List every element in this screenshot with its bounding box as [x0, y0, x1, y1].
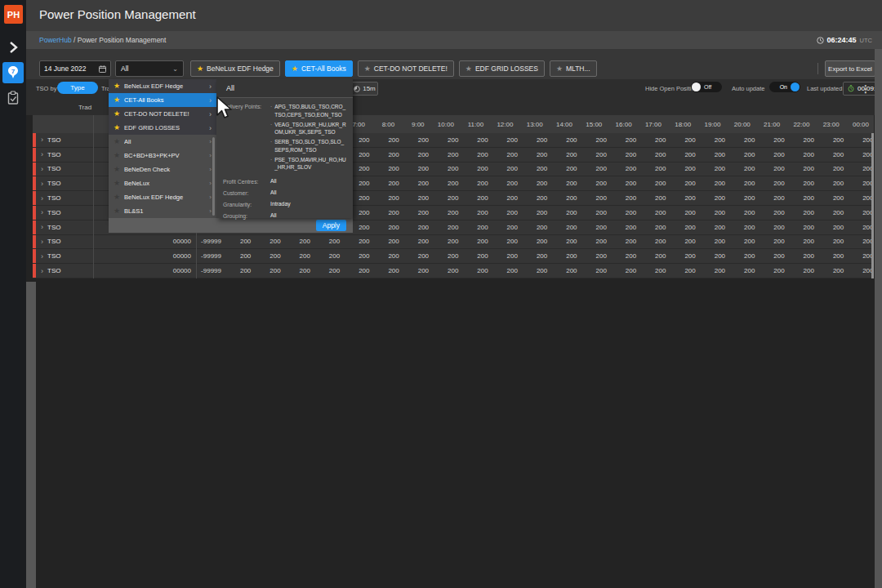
- favorite-filter-button[interactable]: ★EDF GRID LOSSES: [459, 60, 545, 77]
- menu-book-item[interactable]: ★BeNeLux EDF Hedge›: [109, 190, 216, 204]
- row-expander-cell[interactable]: ›TSO: [36, 136, 93, 144]
- row-expander-cell[interactable]: ›TSO: [36, 252, 93, 261]
- delivery-points-entry: ·VEAG_TSO,UKR_HU,UKR_ROM,UKR_SK,SEPS_TSO: [270, 121, 346, 137]
- field-value: All: [270, 212, 277, 219]
- hour-value-cell: 200: [404, 136, 434, 144]
- favorite-filter-button[interactable]: ★CET-DO NOT DELETE!: [358, 60, 454, 77]
- tso-by-label: TSO by: [36, 82, 56, 96]
- breadcrumb-root-link[interactable]: PowerHub: [39, 36, 72, 44]
- row-expander-cell[interactable]: ›TSO: [36, 267, 93, 275]
- hour-value-cell: 200: [641, 194, 670, 202]
- row-expander-cell[interactable]: ›TSO: [36, 194, 93, 203]
- open-position-cell: 00000: [93, 238, 196, 245]
- flyout-field: Granularity:Intraday: [223, 201, 346, 207]
- table-row[interactable]: ›TSO00000-999992002002002002002002002002…: [33, 264, 874, 278]
- hide-open-positions-toggle[interactable]: Off: [691, 82, 722, 92]
- auto-update-toggle[interactable]: On: [769, 82, 800, 92]
- expand-chevron-icon: ›: [41, 194, 43, 203]
- more-options-kebab[interactable]: ⋮: [861, 82, 871, 96]
- hour-value-cell: 200: [493, 267, 523, 274]
- chevron-right-icon: ›: [209, 180, 212, 187]
- pin-badge-icon: 7: [7, 65, 20, 80]
- hour-value-cell: 200: [523, 180, 552, 187]
- powerhub-logo: PH: [4, 5, 23, 24]
- favorite-filter-button[interactable]: ★CET-All Books: [285, 60, 353, 77]
- export-to-excel-button[interactable]: Export to Excel: [825, 60, 875, 77]
- row-expander-cell[interactable]: ›TSO: [36, 208, 93, 216]
- table-row[interactable]: ›TSO00000-999992002002002002002002002002…: [33, 235, 874, 250]
- hour-value-cell: 200: [345, 238, 374, 245]
- row-label: TSO: [47, 238, 60, 245]
- table-row[interactable]: ›TSO00000-999992002002002002002002002002…: [33, 249, 874, 264]
- star-icon: ★: [466, 65, 472, 73]
- hour-value-cell: 200: [641, 224, 670, 231]
- hour-column-header: 12:00: [488, 121, 518, 128]
- hour-value-cell: 200: [582, 267, 612, 274]
- hour-value-cell: 200: [404, 224, 434, 231]
- chevron-right-icon: ›: [209, 207, 212, 215]
- date-value: 14 June 2022: [44, 65, 87, 73]
- hour-value-cell: 200: [523, 209, 552, 216]
- menu-scrollbar-thumb[interactable]: [212, 137, 215, 216]
- table-scrollbar-thumb[interactable]: [871, 133, 874, 278]
- hour-value-cell: 200: [493, 180, 523, 187]
- hour-value-cell: 200: [434, 238, 463, 245]
- hour-value-cell: 200: [582, 209, 612, 216]
- hour-value-cell: 200: [819, 252, 849, 260]
- row-expander-cell[interactable]: ›TSO: [36, 223, 93, 231]
- menu-book-item[interactable]: ★BeNeLux›: [109, 176, 216, 190]
- sidebar-item-positions-active[interactable]: 7: [2, 62, 24, 83]
- menu-favorite-item[interactable]: ★BeNeLux EDF Hedge›: [109, 79, 216, 93]
- hour-value-cell: 200: [730, 252, 760, 260]
- menu-book-item[interactable]: ★BC+BD+B3+PK+PV›: [109, 149, 216, 163]
- book-select-dropdown[interactable]: All ⌄: [115, 60, 184, 77]
- menu-favorite-item[interactable]: ★CET-All Books›: [109, 93, 216, 107]
- hour-value-cell: 200: [641, 151, 670, 158]
- hour-value-cell: 200: [670, 209, 700, 216]
- sidebar-item-reports[interactable]: [0, 87, 26, 109]
- granularity-15m-chip[interactable]: 15m: [351, 82, 378, 96]
- favorite-filter-button[interactable]: ★BeNeLux EDF Hedge: [190, 60, 280, 77]
- hour-value-cell: 200: [434, 194, 463, 202]
- hour-value-cell: 200: [730, 136, 760, 144]
- hour-value-cell: 200: [790, 136, 819, 144]
- row-expander-cell[interactable]: ›TSO: [36, 238, 93, 246]
- vertical-scrollbar[interactable]: [875, 49, 882, 588]
- row-expander-cell[interactable]: ›TSO: [36, 150, 93, 158]
- menu-favorite-item[interactable]: ★EDF GRID LOSSES›: [109, 121, 216, 135]
- trade-date-picker[interactable]: 14 June 2022: [39, 60, 111, 77]
- open-position-cell: 00000: [93, 267, 196, 274]
- bullet-icon: ·: [270, 156, 272, 172]
- breadcrumb-separator: /: [72, 36, 78, 44]
- clock-icon: [817, 37, 824, 44]
- favorite-filter-button[interactable]: ★MLTH...: [550, 60, 597, 77]
- hour-value-cell: 200: [670, 267, 700, 274]
- toggle-knob: [791, 82, 800, 91]
- row-expander-cell[interactable]: ›TSO: [36, 180, 93, 188]
- hour-value-cell: 200: [434, 209, 463, 216]
- hour-value-cell: 200: [493, 194, 523, 202]
- delivery-points-text: PSE_TSO,MAVIR,HU_RO,HU_HR,HR_SLOV: [274, 156, 346, 172]
- hour-value-cell: 200: [701, 209, 730, 216]
- row-expander-cell[interactable]: ›TSO: [36, 165, 93, 173]
- hour-value-cell: 200: [670, 238, 700, 245]
- chevron-down-icon: ⌄: [172, 65, 178, 73]
- menu-favorite-item[interactable]: ★CET-DO NOT DELETE!›: [109, 107, 216, 121]
- hour-column-header: 15:00: [577, 121, 607, 128]
- hour-value-cell: 200: [760, 224, 789, 231]
- menu-item-label: CET-All Books: [124, 96, 205, 104]
- menu-book-item[interactable]: ★BL&S1›: [109, 204, 216, 218]
- expand-sidebar-button[interactable]: [0, 36, 26, 59]
- menu-book-item[interactable]: ★BeNeDen Check›: [109, 163, 216, 176]
- hour-value-cell: 200: [463, 136, 492, 144]
- hour-value-cell: 200: [819, 165, 849, 172]
- hour-value-cell: 200: [226, 238, 256, 245]
- menu-book-item[interactable]: ★All›: [109, 135, 216, 149]
- hour-value-cell: 200: [612, 136, 641, 144]
- tso-by-type-toggle[interactable]: Type: [57, 82, 98, 94]
- collapsed-panel-strip[interactable]: [26, 282, 36, 588]
- hour-value-cell: 200: [582, 151, 612, 158]
- hour-value-cell: 200: [730, 194, 760, 202]
- tso-by-trader-option[interactable]: Tra: [101, 82, 109, 96]
- hour-value-cell: 200: [760, 151, 789, 158]
